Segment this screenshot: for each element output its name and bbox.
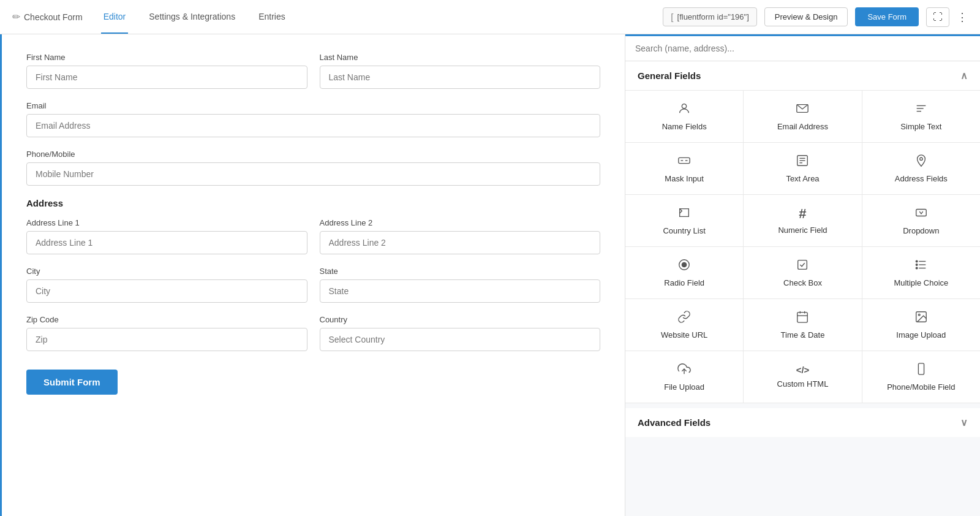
zip-label: Zip Code [26, 315, 307, 324]
field-label-radio-field: Radio Field [664, 278, 704, 287]
address-line2-label: Address Line 2 [320, 218, 601, 227]
phone-row: Phone/Mobile [26, 150, 600, 186]
field-label-simple-text: Simple Text [900, 122, 941, 131]
last-name-input[interactable] [320, 66, 601, 89]
advanced-fields-chevron-icon: ∨ [960, 417, 968, 428]
field-label-email-address: Email Address [777, 122, 828, 131]
tab-entries[interactable]: Entries [256, 1, 288, 34]
country-input[interactable] [320, 328, 601, 351]
svg-rect-5 [679, 157, 690, 163]
image-upload-icon [914, 310, 928, 325]
advanced-fields-header[interactable]: Advanced Fields ∨ [625, 408, 980, 437]
form-editor: First Name Last Name Email Phone/Mobile … [0, 34, 625, 516]
field-item-address-fields[interactable]: Address Fields [862, 143, 980, 194]
first-name-input[interactable] [26, 66, 307, 89]
phone-label: Phone/Mobile [26, 150, 600, 159]
field-item-mask-input[interactable]: Mask Input [625, 143, 743, 194]
radio-field-icon [677, 258, 691, 273]
file-upload-icon [677, 362, 691, 378]
svg-rect-26 [797, 313, 808, 323]
svg-rect-16 [798, 260, 807, 270]
field-item-website-url[interactable]: Website URL [625, 299, 743, 351]
field-label-time-date: Time & Date [781, 330, 825, 340]
more-icon: ⋮ [957, 11, 968, 23]
email-address-icon [796, 102, 809, 117]
field-item-country-list[interactable]: Country List [625, 195, 743, 246]
field-item-image-upload[interactable]: Image Upload [862, 299, 980, 351]
last-name-label: Last Name [320, 53, 601, 62]
field-search-input[interactable] [635, 44, 970, 53]
field-item-file-upload[interactable]: File Upload [625, 351, 743, 403]
svg-rect-13 [916, 210, 927, 216]
first-name-field: First Name [26, 53, 307, 89]
fullscreen-icon: ⛶ [933, 12, 943, 22]
phone-mobile-icon [914, 362, 928, 378]
field-label-custom-html: Custom HTML [777, 379, 829, 389]
first-name-label: First Name [26, 53, 307, 62]
advanced-fields-label: Advanced Fields [638, 417, 710, 428]
right-panel: General Fields ∧ Name Fields Email Addre… [625, 34, 980, 516]
general-fields-header[interactable]: General Fields ∧ [625, 61, 980, 91]
right-panel-search [625, 36, 980, 61]
address-line1-input[interactable] [26, 231, 307, 254]
field-item-multiple-choice[interactable]: Multiple Choice [862, 247, 980, 298]
phone-input[interactable] [26, 162, 600, 186]
field-label-website-url: Website URL [661, 330, 707, 340]
field-item-phone-mobile[interactable]: Phone/Mobile Field [862, 351, 980, 403]
general-fields-section: General Fields ∧ Name Fields Email Addre… [625, 61, 980, 403]
custom-html-icon: </> [796, 365, 810, 374]
tab-editor[interactable]: Editor [101, 1, 129, 34]
state-input[interactable] [320, 279, 601, 303]
edit-icon: ✏ [12, 11, 20, 23]
fields-grid: Name Fields Email Address Simple Text [625, 91, 980, 403]
field-item-radio-field[interactable]: Radio Field [625, 247, 743, 298]
field-item-custom-html[interactable]: </> Custom HTML [744, 351, 861, 403]
field-item-time-date[interactable]: Time & Date [744, 299, 861, 351]
fullscreen-button[interactable]: ⛶ [926, 7, 949, 27]
address-section-title: Address [26, 198, 600, 208]
state-field: State [320, 267, 601, 303]
save-form-button[interactable]: Save Form [855, 7, 919, 26]
address-line1-label: Address Line 1 [26, 218, 307, 227]
general-fields-label: General Fields [638, 70, 701, 81]
field-label-text-area: Text Area [786, 174, 819, 183]
address-line2-field: Address Line 2 [320, 218, 601, 254]
field-item-text-area[interactable]: Text Area [744, 143, 861, 194]
simple-text-icon [914, 102, 928, 117]
time-date-icon [796, 310, 809, 325]
shortcode-text: [fluentform id="196"] [677, 12, 749, 21]
preview-design-button[interactable]: Preview & Design [764, 7, 848, 26]
zip-input[interactable] [26, 328, 307, 351]
email-input[interactable] [26, 114, 600, 137]
country-label: Country [320, 315, 601, 324]
field-item-simple-text[interactable]: Simple Text [862, 91, 980, 142]
checkout-form-title[interactable]: ✏ Checkout Form [12, 11, 83, 23]
field-label-multiple-choice: Multiple Choice [894, 278, 948, 287]
zip-country-row: Zip Code Country [26, 315, 600, 351]
field-label-mask-input: Mask Input [665, 174, 704, 183]
field-label-image-upload: Image Upload [896, 330, 946, 340]
field-item-dropdown[interactable]: Dropdown [862, 195, 980, 246]
more-options-button[interactable]: ⋮ [957, 10, 968, 24]
svg-point-25 [916, 267, 918, 269]
shortcode-box[interactable]: [ [fluentform id="196"] [663, 7, 756, 26]
field-label-file-upload: File Upload [664, 382, 704, 392]
svg-rect-33 [918, 363, 924, 374]
field-label-name-fields: Name Fields [662, 122, 707, 131]
zip-field: Zip Code [26, 315, 307, 351]
top-navigation: ✏ Checkout Form Editor Settings & Integr… [0, 0, 980, 34]
svg-point-12 [920, 157, 923, 161]
field-label-check-box: Check Box [783, 278, 822, 287]
country-field: Country [320, 315, 601, 351]
field-item-numeric-field[interactable]: # Numeric Field [744, 195, 861, 246]
field-label-country-list: Country List [663, 226, 705, 235]
address-line1-field: Address Line 1 [26, 218, 307, 254]
mask-input-icon [677, 154, 691, 169]
address-line2-input[interactable] [320, 231, 601, 254]
tab-settings[interactable]: Settings & Integrations [146, 1, 238, 34]
field-item-name-fields[interactable]: Name Fields [625, 91, 743, 142]
field-item-email-address[interactable]: Email Address [744, 91, 861, 142]
field-item-check-box[interactable]: Check Box [744, 247, 861, 298]
city-input[interactable] [26, 279, 307, 303]
submit-form-button[interactable]: Submit Form [26, 370, 118, 395]
